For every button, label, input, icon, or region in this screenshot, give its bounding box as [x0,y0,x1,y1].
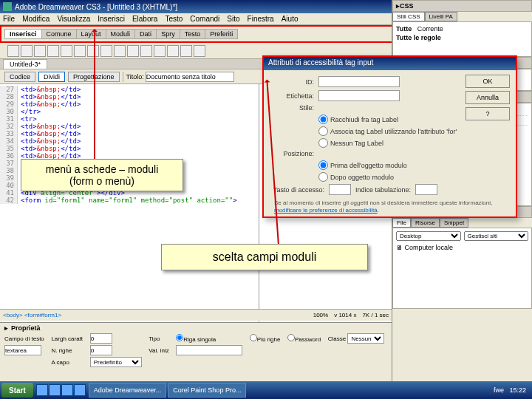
init-val-label: Val. iniz [149,347,171,354]
app-icon [3,2,12,11]
callout-fields: scelta campi moduli [161,244,368,270]
char-width-input[interactable] [90,333,112,344]
stile-label: Stile: [271,104,314,112]
file-tree-item[interactable]: 🖥 Computer locale [396,244,528,251]
window-title: Adobe Dreamweaver CS3 - [Untitled 3 (XHT… [15,3,177,11]
button-icon[interactable] [154,45,166,57]
style-radio-none[interactable] [318,138,328,148]
doc-title-input[interactable] [146,72,234,82]
menu-file[interactable]: File [3,15,15,23]
code-view[interactable]: 27<td>&nbsp;</td> 28<td>&nbsp;</td> 29<t… [0,84,259,335]
insert-tab-inserisci[interactable]: Inserisci [4,29,42,39]
radiogroup-icon[interactable] [87,45,99,57]
menu-modify[interactable]: Elabora [132,15,157,23]
insert-tab-moduli[interactable]: Moduli [106,29,136,39]
wrap-label: A capo [51,359,85,366]
accessibility-dialog: Attributi di accessibilità tag input OK … [262,55,517,218]
start-button[interactable]: Start [1,383,33,398]
quicklaunch-icon[interactable] [61,384,73,396]
type-multi[interactable] [250,334,257,341]
doc-tab[interactable]: Untitled-3* [3,59,47,69]
class-select[interactable]: Nessuna [347,333,384,344]
menu-insert[interactable]: Inserisci [98,15,125,23]
quicklaunch-icon[interactable] [49,384,61,396]
etichetta-label: Etichetta: [271,92,314,100]
accesskey-input[interactable] [329,184,351,195]
insert-tab-testo[interactable]: Testo [180,29,206,39]
posizione-label: Posizione: [271,150,314,157]
css-panel-header[interactable]: ▸ CSS [392,0,532,12]
callout-tabs: menù a schede – moduli(form o menù) [21,159,183,191]
type-single[interactable] [176,334,183,341]
menu-commands[interactable]: Comandi [190,15,219,23]
style-radio-wrap[interactable] [318,115,328,124]
id-input[interactable] [318,76,400,87]
dialog-title: Attributi di accessibilità tag input [264,57,516,70]
properties-panel: ▸ Proprietà Campo di testo Largh caratt … [0,322,392,381]
imagefield-icon[interactable] [127,45,139,57]
tabindex-input[interactable] [415,184,437,195]
filefield-icon[interactable] [140,45,152,57]
spry-icon[interactable] [194,45,205,57]
etichetta-input[interactable] [318,90,400,101]
menu-help[interactable]: Aiuto [282,15,299,23]
prefs-link[interactable]: modificare le preferenze di accessibilit… [274,207,378,214]
menu-text[interactable]: Testo [165,15,183,23]
menu-view[interactable]: Visualizza [57,15,90,23]
rows-label: N. righe [51,347,85,354]
list-icon[interactable] [100,45,112,57]
lc-label: Largh caratt [51,335,85,342]
menu-window[interactable]: Finestra [248,15,274,23]
dialog-note: Se al momento di inserire gli oggetti no… [274,200,508,215]
layers-tab[interactable]: Livelli PA [425,12,457,21]
css-styles-tab[interactable]: Stili CSS [392,12,425,21]
rows-input[interactable] [90,345,112,355]
hidden-icon[interactable] [34,45,46,57]
pos-radio-before[interactable] [318,160,328,170]
init-val-input[interactable] [176,345,242,355]
split-view-button[interactable]: Dividi [38,72,65,82]
ok-button[interactable]: OK [466,75,510,88]
insert-tab-preferiti[interactable]: Preferiti [205,29,238,39]
doc-title-label: Titolo: [126,73,144,81]
windows-taskbar: Start Adobe Dreamweaver... Corel Paint S… [0,381,532,399]
view-select[interactable]: Gestisci siti [464,231,529,241]
code-view-button[interactable]: Codice [4,72,35,82]
wrap-select[interactable]: Predefinito [90,357,142,367]
form-object-icons [7,45,205,57]
insert-tab-dati[interactable]: Dati [134,29,157,39]
jumpmenu-icon[interactable] [114,45,126,57]
textarea-icon[interactable] [47,45,59,57]
cancel-button[interactable]: Annulla [466,91,510,104]
style-radio-for[interactable] [318,126,328,136]
field-name-input[interactable] [4,345,41,355]
system-tray[interactable]: fwe 15:22 [489,386,531,394]
taskbar-task[interactable]: Corel Paint Shop Pro... [168,383,246,398]
insert-tab-comune[interactable]: Comune [41,29,77,39]
textfield-icon[interactable] [21,45,33,57]
help-button[interactable]: ? [466,107,510,120]
taskbar-task[interactable]: Adobe Dreamweaver... [89,383,167,398]
site-select[interactable]: Desktop [396,231,461,241]
menu-edit[interactable]: Modifica [22,15,50,23]
label-icon[interactable] [167,45,179,57]
radio-icon[interactable] [74,45,86,57]
type-password[interactable] [287,334,295,341]
type-label: Tipo [149,335,171,342]
checkbox-icon[interactable] [61,45,72,57]
quicklaunch-icon[interactable] [36,384,48,396]
menu-site[interactable]: Sito [227,15,239,23]
quicklaunch-icon[interactable] [74,384,86,396]
accesskey-label: Tasto di accesso: [271,186,324,194]
fieldset-icon[interactable] [180,45,192,57]
tag-path[interactable]: <body> <form#form1> [3,312,61,318]
field-type-label: Campo di testo [4,335,47,342]
annotation-arrow-1 [94,30,95,160]
tag-selector-status: <body> <form#form1> 100% v 1014 x 7K / 1… [0,309,392,321]
id-label: ID: [271,78,314,86]
tabindex-label: Indice tabulazione: [355,186,411,194]
pos-radio-after[interactable] [318,172,328,182]
insert-tab-spry[interactable]: Spry [156,29,180,39]
form-icon[interactable] [7,45,19,57]
